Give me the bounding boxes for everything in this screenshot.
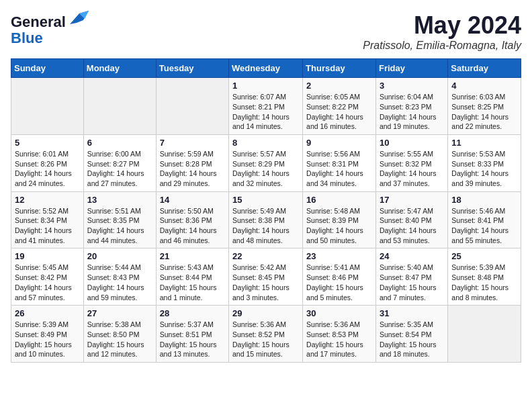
calendar-cell: 12Sunrise: 5:52 AMSunset: 8:34 PMDayligh… bbox=[11, 191, 84, 248]
calendar-cell: 25Sunrise: 5:39 AMSunset: 8:48 PMDayligh… bbox=[448, 248, 521, 306]
logo: General Blue bbox=[11, 11, 89, 46]
day-info: Sunrise: 5:50 AMSunset: 8:36 PMDaylight:… bbox=[160, 206, 225, 246]
day-number: 8 bbox=[232, 138, 299, 148]
day-info: Sunrise: 6:05 AMSunset: 8:22 PMDaylight:… bbox=[306, 92, 372, 132]
day-info: Sunrise: 5:46 AMSunset: 8:41 PMDaylight:… bbox=[451, 206, 517, 246]
day-info: Sunrise: 5:38 AMSunset: 8:50 PMDaylight:… bbox=[87, 320, 152, 359]
day-number: 4 bbox=[451, 81, 517, 91]
day-info: Sunrise: 5:45 AMSunset: 8:42 PMDaylight:… bbox=[15, 263, 80, 302]
day-number: 3 bbox=[380, 81, 444, 91]
calendar-cell: 13Sunrise: 5:51 AMSunset: 8:35 PMDayligh… bbox=[83, 191, 156, 248]
calendar-cell: 17Sunrise: 5:47 AMSunset: 8:40 PMDayligh… bbox=[375, 191, 447, 248]
calendar-cell: 11Sunrise: 5:53 AMSunset: 8:33 PMDayligh… bbox=[448, 134, 521, 191]
calendar-cell: 10Sunrise: 5:55 AMSunset: 8:32 PMDayligh… bbox=[375, 134, 447, 191]
calendar-cell: 15Sunrise: 5:49 AMSunset: 8:38 PMDayligh… bbox=[229, 191, 303, 248]
title-section: May 2024 Pratissolo, Emilia-Romagna, Ita… bbox=[363, 11, 521, 52]
day-info: Sunrise: 5:41 AMSunset: 8:46 PMDaylight:… bbox=[306, 263, 372, 302]
day-number: 21 bbox=[160, 251, 225, 261]
calendar-week-3: 12Sunrise: 5:52 AMSunset: 8:34 PMDayligh… bbox=[11, 191, 521, 248]
header-row: SundayMondayTuesdayWednesdayThursdayFrid… bbox=[11, 59, 521, 78]
header-day-friday: Friday bbox=[375, 59, 447, 78]
day-number: 16 bbox=[306, 195, 372, 205]
calendar-cell: 14Sunrise: 5:50 AMSunset: 8:36 PMDayligh… bbox=[156, 191, 228, 248]
day-info: Sunrise: 6:00 AMSunset: 8:27 PMDaylight:… bbox=[87, 149, 152, 189]
day-info: Sunrise: 5:39 AMSunset: 8:49 PMDaylight:… bbox=[15, 320, 80, 359]
header-day-monday: Monday bbox=[83, 59, 156, 78]
day-info: Sunrise: 5:42 AMSunset: 8:45 PMDaylight:… bbox=[232, 263, 299, 302]
day-number: 19 bbox=[15, 251, 80, 261]
calendar-week-4: 19Sunrise: 5:45 AMSunset: 8:42 PMDayligh… bbox=[11, 248, 521, 306]
day-info: Sunrise: 5:36 AMSunset: 8:53 PMDaylight:… bbox=[306, 320, 372, 359]
calendar-cell: 30Sunrise: 5:36 AMSunset: 8:53 PMDayligh… bbox=[303, 306, 376, 363]
day-info: Sunrise: 6:07 AMSunset: 8:21 PMDaylight:… bbox=[232, 92, 299, 132]
calendar-cell: 22Sunrise: 5:42 AMSunset: 8:45 PMDayligh… bbox=[229, 248, 303, 306]
calendar-header: SundayMondayTuesdayWednesdayThursdayFrid… bbox=[11, 59, 521, 78]
day-number: 23 bbox=[306, 251, 372, 261]
calendar-cell: 18Sunrise: 5:46 AMSunset: 8:41 PMDayligh… bbox=[448, 191, 521, 248]
day-info: Sunrise: 5:59 AMSunset: 8:28 PMDaylight:… bbox=[160, 149, 225, 189]
logo-blue: Blue bbox=[11, 30, 43, 46]
day-number: 20 bbox=[87, 251, 152, 261]
day-number: 12 bbox=[15, 195, 80, 205]
day-info: Sunrise: 5:53 AMSunset: 8:33 PMDaylight:… bbox=[451, 149, 517, 189]
day-number: 24 bbox=[380, 251, 444, 261]
calendar-cell: 1Sunrise: 6:07 AMSunset: 8:21 PMDaylight… bbox=[229, 78, 303, 135]
logo-bird-icon bbox=[70, 11, 89, 27]
logo-general: General bbox=[11, 13, 66, 30]
calendar-cell bbox=[448, 306, 521, 363]
day-info: Sunrise: 5:39 AMSunset: 8:48 PMDaylight:… bbox=[451, 263, 517, 302]
calendar-table: SundayMondayTuesdayWednesdayThursdayFrid… bbox=[11, 58, 521, 363]
header-day-tuesday: Tuesday bbox=[156, 59, 228, 78]
calendar-cell: 21Sunrise: 5:43 AMSunset: 8:44 PMDayligh… bbox=[156, 248, 228, 306]
day-info: Sunrise: 5:40 AMSunset: 8:47 PMDaylight:… bbox=[380, 263, 444, 302]
day-info: Sunrise: 5:37 AMSunset: 8:51 PMDaylight:… bbox=[160, 320, 225, 359]
calendar-week-1: 1Sunrise: 6:07 AMSunset: 8:21 PMDaylight… bbox=[11, 78, 521, 135]
day-info: Sunrise: 5:55 AMSunset: 8:32 PMDaylight:… bbox=[380, 149, 444, 189]
calendar-cell bbox=[156, 78, 228, 135]
day-number: 26 bbox=[15, 308, 80, 318]
subtitle: Pratissolo, Emilia-Romagna, Italy bbox=[363, 40, 521, 52]
calendar-week-5: 26Sunrise: 5:39 AMSunset: 8:49 PMDayligh… bbox=[11, 306, 521, 363]
day-info: Sunrise: 5:57 AMSunset: 8:29 PMDaylight:… bbox=[232, 149, 299, 189]
header-day-thursday: Thursday bbox=[303, 59, 376, 78]
day-number: 7 bbox=[160, 138, 225, 148]
calendar-body: 1Sunrise: 6:07 AMSunset: 8:21 PMDaylight… bbox=[11, 78, 521, 363]
calendar-cell: 29Sunrise: 5:36 AMSunset: 8:52 PMDayligh… bbox=[229, 306, 303, 363]
calendar-cell: 16Sunrise: 5:48 AMSunset: 8:39 PMDayligh… bbox=[303, 191, 376, 248]
day-number: 10 bbox=[380, 138, 444, 148]
day-info: Sunrise: 5:48 AMSunset: 8:39 PMDaylight:… bbox=[306, 206, 372, 246]
day-number: 22 bbox=[232, 251, 299, 261]
day-info: Sunrise: 5:47 AMSunset: 8:40 PMDaylight:… bbox=[380, 206, 444, 246]
calendar-week-2: 5Sunrise: 6:01 AMSunset: 8:26 PMDaylight… bbox=[11, 134, 521, 191]
day-number: 25 bbox=[451, 251, 517, 261]
calendar-cell: 27Sunrise: 5:38 AMSunset: 8:50 PMDayligh… bbox=[83, 306, 156, 363]
day-info: Sunrise: 6:03 AMSunset: 8:25 PMDaylight:… bbox=[451, 92, 517, 132]
header-day-saturday: Saturday bbox=[448, 59, 521, 78]
calendar-cell bbox=[83, 78, 156, 135]
calendar-cell: 5Sunrise: 6:01 AMSunset: 8:26 PMDaylight… bbox=[11, 134, 84, 191]
calendar-cell: 19Sunrise: 5:45 AMSunset: 8:42 PMDayligh… bbox=[11, 248, 84, 306]
day-info: Sunrise: 6:01 AMSunset: 8:26 PMDaylight:… bbox=[15, 149, 80, 189]
calendar-cell: 2Sunrise: 6:05 AMSunset: 8:22 PMDaylight… bbox=[303, 78, 376, 135]
day-number: 27 bbox=[87, 308, 152, 318]
day-info: Sunrise: 5:56 AMSunset: 8:31 PMDaylight:… bbox=[306, 149, 372, 189]
calendar-cell: 28Sunrise: 5:37 AMSunset: 8:51 PMDayligh… bbox=[156, 306, 228, 363]
day-number: 15 bbox=[232, 195, 299, 205]
day-info: Sunrise: 5:51 AMSunset: 8:35 PMDaylight:… bbox=[87, 206, 152, 246]
calendar-cell: 20Sunrise: 5:44 AMSunset: 8:43 PMDayligh… bbox=[83, 248, 156, 306]
calendar-cell bbox=[11, 78, 84, 135]
page-header: General Blue May 2024 Pratissolo, Emilia… bbox=[11, 11, 521, 52]
day-info: Sunrise: 5:49 AMSunset: 8:38 PMDaylight:… bbox=[232, 206, 299, 246]
day-number: 1 bbox=[232, 81, 299, 91]
day-info: Sunrise: 5:43 AMSunset: 8:44 PMDaylight:… bbox=[160, 263, 225, 302]
day-number: 30 bbox=[306, 308, 372, 318]
calendar-cell: 3Sunrise: 6:04 AMSunset: 8:23 PMDaylight… bbox=[375, 78, 447, 135]
calendar-cell: 23Sunrise: 5:41 AMSunset: 8:46 PMDayligh… bbox=[303, 248, 376, 306]
calendar-cell: 24Sunrise: 5:40 AMSunset: 8:47 PMDayligh… bbox=[375, 248, 447, 306]
day-info: Sunrise: 5:52 AMSunset: 8:34 PMDaylight:… bbox=[15, 206, 80, 246]
day-info: Sunrise: 5:44 AMSunset: 8:43 PMDaylight:… bbox=[87, 263, 152, 302]
calendar-cell: 6Sunrise: 6:00 AMSunset: 8:27 PMDaylight… bbox=[83, 134, 156, 191]
main-title: May 2024 bbox=[363, 11, 521, 40]
header-day-wednesday: Wednesday bbox=[229, 59, 303, 78]
day-info: Sunrise: 6:04 AMSunset: 8:23 PMDaylight:… bbox=[380, 92, 444, 132]
